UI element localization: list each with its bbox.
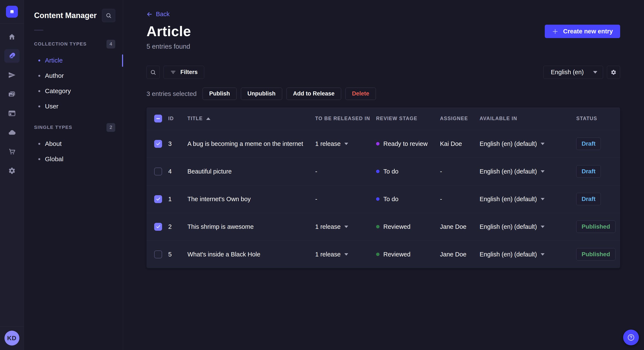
- feather-content-icon[interactable]: [4, 49, 20, 63]
- publish-button[interactable]: Publish: [202, 88, 236, 100]
- sidebar-item-about[interactable]: About: [24, 136, 123, 151]
- strapi-logo[interactable]: [6, 6, 18, 18]
- locale-cell-dropdown[interactable]: English (en) (default): [480, 251, 573, 258]
- add-to-release-button[interactable]: Add to Release: [286, 88, 341, 100]
- bullet-icon: [38, 105, 40, 107]
- chevron-down-icon: [344, 253, 348, 256]
- media-images-icon[interactable]: [4, 87, 20, 101]
- sidebar-item-category[interactable]: Category: [24, 83, 123, 99]
- header-status[interactable]: STATUS: [573, 116, 620, 121]
- header-available-in[interactable]: AVAILABLE IN: [480, 116, 573, 121]
- header-title[interactable]: TITLE: [188, 116, 203, 121]
- home-icon[interactable]: [4, 30, 20, 44]
- collection-types-count: 4: [106, 40, 115, 48]
- table-row[interactable]: 1 The internet's Own boy - To do - Engli…: [146, 185, 620, 213]
- cell-review-stage: Ready to review: [376, 140, 440, 147]
- rail-bottom: KD: [0, 326, 24, 350]
- bullet-icon: [38, 75, 40, 77]
- layout-builder-icon[interactable]: [4, 107, 20, 120]
- cell-assignee: Kai Doe: [440, 140, 480, 147]
- select-all-checkbox[interactable]: [154, 115, 162, 123]
- chevron-down-icon: [593, 71, 597, 74]
- unpublish-button[interactable]: Unpublish: [241, 88, 282, 100]
- view-settings-gear-icon[interactable]: [607, 66, 620, 79]
- table-header-row: ID TITLE TO BE RELEASED IN REVIEW STAGE …: [146, 107, 620, 130]
- chevron-down-icon: [344, 226, 348, 228]
- stage-dot-icon: [376, 225, 380, 228]
- table-row[interactable]: 2 This shrimp is awesome 1 release Revie…: [146, 213, 620, 240]
- entries-selected-text: 3 entries selected: [146, 90, 196, 97]
- bullet-icon: [38, 143, 40, 145]
- sidebar-item-author[interactable]: Author: [24, 68, 123, 83]
- header-review-stage[interactable]: REVIEW STAGE: [376, 116, 440, 121]
- table-row[interactable]: 3 A bug is becoming a meme on the intern…: [146, 130, 620, 158]
- search-icon[interactable]: [102, 9, 115, 22]
- locale-dropdown[interactable]: English (en): [543, 66, 603, 79]
- cell-id: 2: [168, 223, 188, 230]
- entries-table: ID TITLE TO BE RELEASED IN REVIEW STAGE …: [146, 107, 620, 268]
- create-new-entry-button[interactable]: Create new entry: [545, 25, 620, 38]
- row-checkbox[interactable]: [154, 168, 162, 175]
- sidebar-item-user[interactable]: User: [24, 99, 123, 114]
- chevron-down-icon: [541, 226, 544, 228]
- delete-button[interactable]: Delete: [346, 88, 376, 100]
- plus-icon: [552, 28, 558, 35]
- cart-marketplace-icon[interactable]: [4, 145, 20, 159]
- list-toolbar: Filters English (en): [146, 66, 620, 79]
- status-badge: Published: [576, 248, 616, 260]
- sidebar-item-article[interactable]: Article: [24, 53, 123, 68]
- table-row[interactable]: 4 Beautiful picture - To do - English (e…: [146, 158, 620, 185]
- cell-title: The internet's Own boy: [188, 196, 315, 203]
- locale-cell-dropdown[interactable]: English (en) (default): [480, 140, 573, 147]
- filters-button[interactable]: Filters: [164, 66, 204, 79]
- rail-divider: [0, 23, 24, 24]
- row-checkbox[interactable]: [154, 195, 162, 203]
- stage-dot-icon: [376, 197, 380, 201]
- row-checkbox[interactable]: [154, 223, 162, 231]
- status-badge: Draft: [576, 138, 601, 150]
- gear-settings-icon[interactable]: [4, 164, 20, 177]
- cell-review-stage: To do: [376, 196, 440, 203]
- header-to-be-released-in[interactable]: TO BE RELEASED IN: [315, 116, 376, 121]
- collection-types-label: COLLECTION TYPES: [34, 41, 87, 47]
- sidebar-divider: [34, 30, 44, 31]
- sort-ascending-icon[interactable]: [206, 117, 210, 120]
- cell-id: 5: [168, 251, 188, 258]
- cloud-icon[interactable]: [4, 126, 20, 139]
- release-dropdown[interactable]: 1 release: [315, 251, 376, 258]
- cell-assignee: -: [440, 196, 480, 203]
- help-button[interactable]: [623, 330, 639, 345]
- chevron-down-icon: [344, 143, 348, 145]
- search-icon[interactable]: [146, 66, 160, 79]
- cell-title: This shrimp is awesome: [188, 223, 315, 230]
- status-badge: Draft: [576, 193, 601, 205]
- release-dropdown[interactable]: 1 release: [315, 223, 376, 230]
- cell-review-stage: Reviewed: [376, 251, 440, 258]
- sidebar-title: Content Manager: [34, 11, 97, 20]
- locale-cell-dropdown[interactable]: English (en) (default): [480, 168, 573, 175]
- bulk-actions-bar: 3 entries selected Publish Unpublish Add…: [146, 87, 620, 100]
- cell-title: A bug is becoming a meme on the internet: [188, 140, 315, 147]
- filter-lines-icon: [170, 69, 176, 75]
- content-manager-sidebar: Content Manager COLLECTION TYPES 4 Artic…: [24, 0, 123, 350]
- stage-dot-icon: [376, 142, 380, 146]
- cell-title: Beautiful picture: [188, 168, 315, 175]
- sidebar-item-global[interactable]: Global: [24, 151, 123, 167]
- chevron-down-icon: [541, 170, 544, 173]
- table-row[interactable]: 5 What's inside a Black Hole 1 release R…: [146, 240, 620, 268]
- locale-cell-dropdown[interactable]: English (en) (default): [480, 196, 573, 203]
- header-assignee[interactable]: ASSIGNEE: [440, 116, 480, 121]
- release-dropdown[interactable]: 1 release: [315, 140, 376, 147]
- single-types-count: 2: [106, 123, 115, 132]
- row-checkbox[interactable]: [154, 250, 162, 258]
- paper-plane-icon[interactable]: [4, 68, 20, 82]
- cell-assignee: Jane Doe: [440, 251, 480, 258]
- cell-assignee: Jane Doe: [440, 223, 480, 230]
- locale-cell-dropdown[interactable]: English (en) (default): [480, 223, 573, 230]
- user-avatar[interactable]: KD: [4, 331, 20, 346]
- header-id[interactable]: ID: [168, 116, 188, 121]
- chevron-down-icon: [541, 143, 544, 145]
- back-link[interactable]: Back: [146, 11, 170, 18]
- cell-id: 3: [168, 140, 188, 147]
- row-checkbox[interactable]: [154, 140, 162, 148]
